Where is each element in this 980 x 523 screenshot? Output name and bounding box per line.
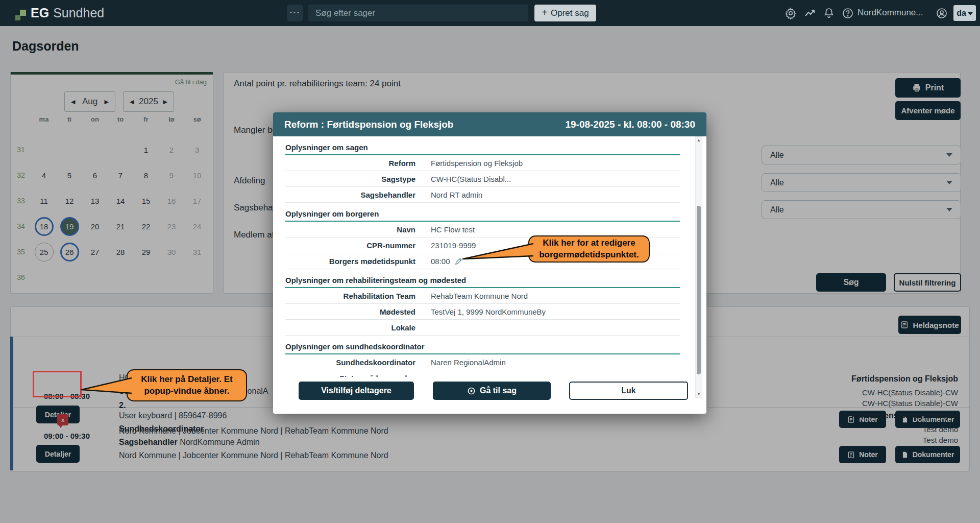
field-value: Nord RT admin <box>431 191 482 199</box>
modal-field-row: Lokale <box>285 320 680 336</box>
modal-datetime: 19-08-2025 - kl. 08:00 - 08:30 <box>565 119 695 130</box>
language-selector[interactable]: da <box>953 5 976 21</box>
field-label: Lokale <box>285 323 415 332</box>
goto-case-button[interactable]: Gå til sag <box>433 382 551 400</box>
field-value: Førtidspension og Fleksjob <box>431 159 523 168</box>
modal-field-row: Status på besvarelse <box>285 370 680 377</box>
field-value: TestVej 1, 9999 NordKommuneBy <box>431 307 546 316</box>
modal-field-row: MødestedTestVej 1, 9999 NordKommuneBy <box>285 304 680 320</box>
modal-footer: Vis/tilføj deltagere Gå til sag Luk <box>273 377 706 414</box>
top-navbar: EG Sundhed ... + Opret sag NordKommune..… <box>0 0 980 26</box>
field-label: Sagsbehandler <box>285 191 415 199</box>
meeting-details-modal: Reform : Førtidspension og Fleksjob 19-0… <box>273 112 706 414</box>
field-label: Reform <box>285 159 415 168</box>
modal-header: Reform : Førtidspension og Fleksjob 19-0… <box>273 112 706 136</box>
modal-scrollbar[interactable]: ▲ ▼ <box>695 136 702 398</box>
field-label: Sundhedskoordinator <box>285 358 415 367</box>
brand-name-light: Sundhed <box>53 5 104 21</box>
field-label: Sagstype <box>285 175 415 183</box>
modal-field-row: SagsbehandlerNord RT admin <box>285 187 680 203</box>
modal-section-title: Oplysninger om sundhedskoordinator <box>285 336 680 354</box>
logo-square-light <box>20 10 26 16</box>
annotation-edit-time: Klik her for at redigere borgermødetidsp… <box>528 235 650 263</box>
field-label: Borgers mødetidspunkt <box>285 257 415 266</box>
logo-square-dark <box>15 15 20 20</box>
scrollbar-thumb[interactable] <box>697 206 701 374</box>
bell-icon[interactable] <box>823 7 835 19</box>
edit-pencil-icon <box>455 257 463 265</box>
modal-section-title: Oplysninger om rehabiliteringsteam og mø… <box>285 269 680 288</box>
field-value: CW-HC(Status Disabl... <box>431 175 511 183</box>
field-label: Navn <box>285 225 415 234</box>
brand-name-bold: EG <box>31 5 49 21</box>
plus-icon: + <box>542 7 548 18</box>
annotation-open-details: Klik her på Detaljer. Et popup-vindue åb… <box>127 369 247 401</box>
gear-icon[interactable] <box>785 7 797 19</box>
field-value: 08:00 <box>431 257 463 266</box>
app-logo[interactable]: EG Sundhed <box>13 5 104 21</box>
create-case-button[interactable]: + Opret sag <box>534 5 596 21</box>
help-icon[interactable] <box>842 7 854 19</box>
app-window: EG Sundhed ... + Opret sag NordKommune..… <box>0 0 980 523</box>
field-label: Mødested <box>285 307 415 316</box>
caret-down-icon <box>968 12 973 15</box>
participants-button[interactable]: Vis/tilføj deltagere <box>299 382 414 400</box>
field-value: HC Flow test <box>431 225 475 234</box>
highlight-box-details <box>33 371 82 397</box>
modal-field-row: SagstypeCW-HC(Status Disabl... <box>285 171 680 187</box>
modal-field-row: ReformFørtidspension og Fleksjob <box>285 155 680 171</box>
modal-field-row: Rehabilitation TeamRehabTeam Kommune Nor… <box>285 288 680 304</box>
tenant-name[interactable]: NordKommune... <box>857 8 923 18</box>
field-value: RehabTeam Kommune Nord <box>431 292 528 300</box>
search-input[interactable] <box>308 5 528 21</box>
more-options-button[interactable]: ... <box>287 5 303 21</box>
close-modal-button[interactable]: Luk <box>569 382 688 400</box>
activity-trend-icon[interactable] <box>804 7 816 19</box>
eye-target-icon <box>467 387 476 395</box>
field-label: CPR-nummer <box>285 241 415 250</box>
field-label: Rehabilitation Team <box>285 292 415 300</box>
modal-section-title: Oplysninger om sagen <box>285 136 680 155</box>
scroll-up-icon[interactable]: ▲ <box>696 138 702 142</box>
modal-field-row: SundhedskoordinatorNaren RegionalAdmin <box>285 354 680 370</box>
field-value: Naren RegionalAdmin <box>431 358 506 367</box>
modal-section-title: Oplysninger om borgeren <box>285 203 680 222</box>
modal-title: Reform : Førtidspension og Fleksjob <box>284 119 453 130</box>
field-value: 231019-9999 <box>431 241 476 250</box>
edit-time-icon[interactable] <box>455 257 463 265</box>
user-profile-icon[interactable] <box>936 7 948 19</box>
